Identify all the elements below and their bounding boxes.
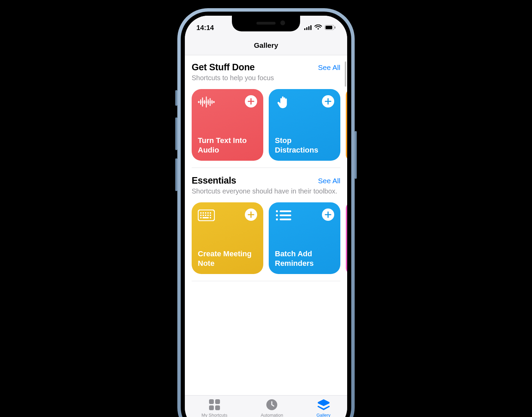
grid-icon (208, 399, 221, 411)
scroll-indicator (345, 61, 346, 87)
svg-point-32 (276, 214, 278, 216)
svg-rect-3 (310, 25, 312, 30)
svg-rect-25 (205, 215, 206, 216)
status-time: 14:14 (196, 24, 214, 32)
card-title: Stop Distractions (275, 136, 334, 155)
svg-rect-21 (207, 212, 209, 214)
svg-rect-35 (280, 215, 291, 216)
add-shortcut-button[interactable] (245, 95, 257, 107)
cellular-icon (304, 24, 312, 32)
svg-rect-26 (207, 215, 209, 216)
section-subtitle: Shortcuts everyone should have in their … (192, 187, 340, 196)
tab-gallery[interactable]: Gallery (316, 399, 330, 417)
wifi-icon (314, 24, 322, 32)
content-scroll[interactable]: Get Stuff Done See All Shortcuts to help… (185, 55, 347, 395)
svg-point-31 (276, 210, 278, 212)
svg-rect-0 (304, 28, 306, 30)
waveform-icon (198, 95, 215, 109)
nav-title: Gallery (254, 41, 278, 49)
svg-rect-37 (209, 399, 214, 404)
svg-rect-1 (306, 27, 308, 30)
card-row[interactable]: Create Meeting Note (192, 202, 347, 274)
svg-rect-30 (210, 217, 211, 218)
see-all-link[interactable]: See All (318, 63, 340, 72)
shortcut-card-create-meeting-note[interactable]: Create Meeting Note (192, 202, 263, 274)
card-title: Create Meeting Note (198, 249, 257, 268)
separator (192, 168, 340, 168)
svg-rect-29 (203, 217, 209, 218)
svg-rect-5 (326, 26, 332, 29)
card-title: Turn Text Into Audio (198, 136, 257, 155)
clock-icon (265, 399, 278, 411)
hand-icon (275, 95, 292, 109)
section-get-stuff-done: Get Stuff Done See All Shortcuts to help… (192, 62, 347, 82)
tab-label: Automation (261, 413, 283, 417)
card-row[interactable]: Turn Text Into Audio (192, 89, 347, 161)
nav-bar: Gallery (185, 35, 347, 55)
silence-switch (175, 90, 177, 106)
stack-icon (317, 399, 330, 411)
shortcut-card-batch-add-reminders[interactable]: Batch Add Reminders (269, 202, 340, 274)
svg-rect-39 (209, 405, 214, 410)
svg-rect-2 (308, 26, 310, 30)
add-shortcut-button[interactable] (322, 208, 334, 221)
svg-rect-18 (200, 212, 202, 214)
shortcut-card-stop-distractions[interactable]: Stop Distractions (269, 89, 340, 161)
svg-rect-22 (210, 212, 211, 214)
section-title: Get Stuff Done (192, 62, 255, 73)
tab-bar: My Shortcuts Automation (185, 395, 347, 417)
separator (192, 281, 340, 281)
power-button (355, 131, 357, 179)
svg-rect-27 (210, 215, 211, 216)
see-all-link[interactable]: See All (318, 177, 340, 185)
shortcut-card-turn-text-into-audio[interactable]: Turn Text Into Audio (192, 89, 263, 161)
svg-rect-19 (203, 212, 204, 214)
phone-frame: 14:14 (177, 8, 355, 417)
tab-label: Gallery (316, 413, 330, 417)
tab-my-shortcuts[interactable]: My Shortcuts (202, 399, 227, 417)
shortcut-card-peek[interactable] (346, 89, 347, 161)
keyboard-icon (198, 208, 215, 222)
add-shortcut-button[interactable] (245, 208, 257, 221)
notch (232, 16, 300, 31)
card-title: Batch Add Reminders (275, 249, 334, 268)
section-subtitle: Shortcuts to help you focus (192, 73, 340, 82)
svg-rect-28 (200, 217, 202, 218)
volume-up-button (175, 117, 177, 150)
svg-rect-38 (215, 399, 220, 404)
shortcut-card-peek[interactable] (346, 202, 347, 274)
svg-rect-34 (280, 211, 291, 212)
svg-rect-40 (215, 405, 220, 410)
tab-automation[interactable]: Automation (261, 399, 283, 417)
svg-rect-20 (205, 212, 206, 214)
section-essentials: Essentials See All Shortcuts everyone sh… (192, 175, 347, 196)
section-title: Essentials (192, 175, 236, 186)
list-icon (275, 208, 292, 222)
svg-rect-6 (335, 26, 336, 28)
svg-rect-36 (280, 219, 291, 220)
tab-label: My Shortcuts (202, 413, 227, 417)
battery-icon (325, 24, 336, 32)
svg-rect-24 (203, 215, 204, 216)
svg-point-33 (276, 218, 278, 220)
volume-down-button (175, 158, 177, 191)
svg-rect-23 (200, 215, 202, 216)
add-shortcut-button[interactable] (322, 95, 334, 107)
